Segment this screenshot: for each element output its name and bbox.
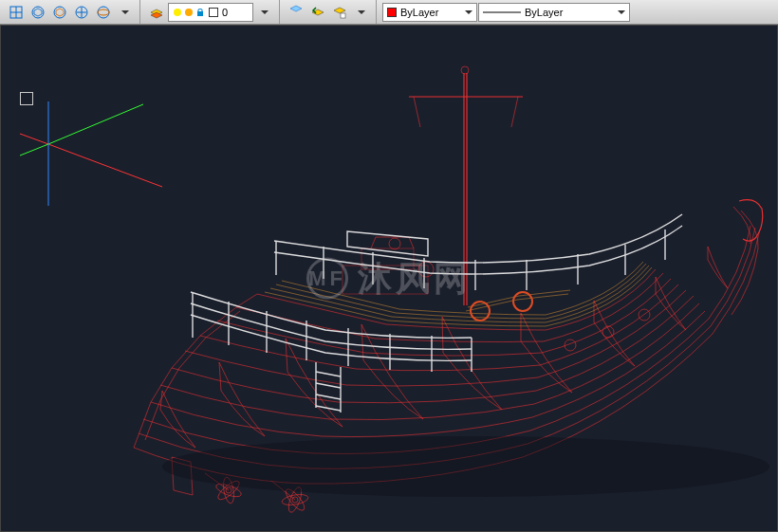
color-value: ByLayer xyxy=(400,7,461,18)
layer-tools-group: 0 xyxy=(142,0,280,24)
svg-point-44 xyxy=(471,302,490,321)
layer-previous-button[interactable] xyxy=(307,2,328,23)
ucs-icon xyxy=(20,97,172,211)
svg-point-36 xyxy=(461,66,469,74)
layer-properties-button[interactable] xyxy=(146,2,167,23)
layer-on-icon xyxy=(173,8,182,17)
linetype-value: ByLayer xyxy=(525,7,614,18)
svg-rect-12 xyxy=(197,11,203,16)
layer-more-dropdown[interactable] xyxy=(351,2,372,23)
watermark: MF 沐风网 xyxy=(306,255,472,302)
layer-lock-icon xyxy=(195,8,205,17)
view-iso-se-button[interactable] xyxy=(49,2,70,23)
svg-point-69 xyxy=(162,436,769,497)
svg-line-25 xyxy=(205,473,229,490)
svg-point-23 xyxy=(215,478,242,503)
svg-line-66 xyxy=(316,383,341,388)
layer-dropdown-button[interactable] xyxy=(254,2,275,23)
view-iso-sw-button[interactable] xyxy=(28,2,48,23)
linetype-selector[interactable]: ByLayer xyxy=(478,3,630,22)
svg-line-16 xyxy=(48,104,143,144)
svg-point-43 xyxy=(639,309,650,321)
view-tools-group xyxy=(2,0,140,24)
layer-name-value: 0 xyxy=(222,7,228,18)
svg-point-28 xyxy=(281,493,308,507)
svg-line-65 xyxy=(316,372,341,376)
svg-point-10 xyxy=(174,9,181,16)
svg-point-45 xyxy=(513,292,532,311)
svg-line-30 xyxy=(271,481,295,500)
chevron-down-icon xyxy=(465,10,472,14)
watermark-logo-icon: MF xyxy=(306,258,348,300)
main-toolbar: 0 ByLayer ByLayer xyxy=(0,0,778,25)
svg-point-29 xyxy=(287,486,305,514)
svg-line-34 xyxy=(414,97,420,127)
svg-line-67 xyxy=(316,394,341,399)
svg-line-35 xyxy=(511,97,518,127)
svg-point-42 xyxy=(602,326,614,338)
svg-point-9 xyxy=(98,9,109,15)
svg-point-22 xyxy=(214,482,243,500)
svg-point-26 xyxy=(292,497,298,503)
svg-point-8 xyxy=(98,7,109,18)
svg-rect-13 xyxy=(341,13,345,18)
watermark-logo-text: MF xyxy=(308,266,346,291)
svg-line-68 xyxy=(316,406,341,411)
svg-point-11 xyxy=(185,9,193,16)
layer-states xyxy=(173,8,205,17)
svg-point-24 xyxy=(222,476,236,504)
view-top-button[interactable] xyxy=(6,2,27,23)
view-dropdown-button[interactable] xyxy=(115,2,136,23)
layer-color-swatch xyxy=(209,8,218,17)
drawing-viewport[interactable]: MF 沐风网 xyxy=(0,25,778,532)
color-selector[interactable]: ByLayer xyxy=(382,3,477,22)
layer-states-button[interactable] xyxy=(329,2,350,23)
layer-freeze-icon xyxy=(184,8,194,17)
layer-selector[interactable]: 0 xyxy=(168,3,253,22)
crosshair-cursor xyxy=(20,92,33,105)
layer-match-button[interactable] xyxy=(286,2,306,23)
properties-group: ByLayer ByLayer xyxy=(379,0,634,24)
svg-point-40 xyxy=(389,238,400,249)
layer-ops-group xyxy=(282,0,377,24)
svg-line-18 xyxy=(20,123,48,144)
svg-point-21 xyxy=(226,487,232,493)
watermark-text: 沐风网 xyxy=(358,255,472,302)
view-iso-ne-button[interactable] xyxy=(71,2,92,23)
svg-line-15 xyxy=(48,144,162,187)
view-iso-nw-button[interactable] xyxy=(93,2,114,23)
linetype-preview-icon xyxy=(483,9,521,16)
chevron-down-icon xyxy=(618,10,625,14)
color-swatch xyxy=(387,8,397,17)
svg-line-19 xyxy=(20,144,48,163)
svg-point-27 xyxy=(283,486,307,513)
svg-point-41 xyxy=(565,339,576,351)
